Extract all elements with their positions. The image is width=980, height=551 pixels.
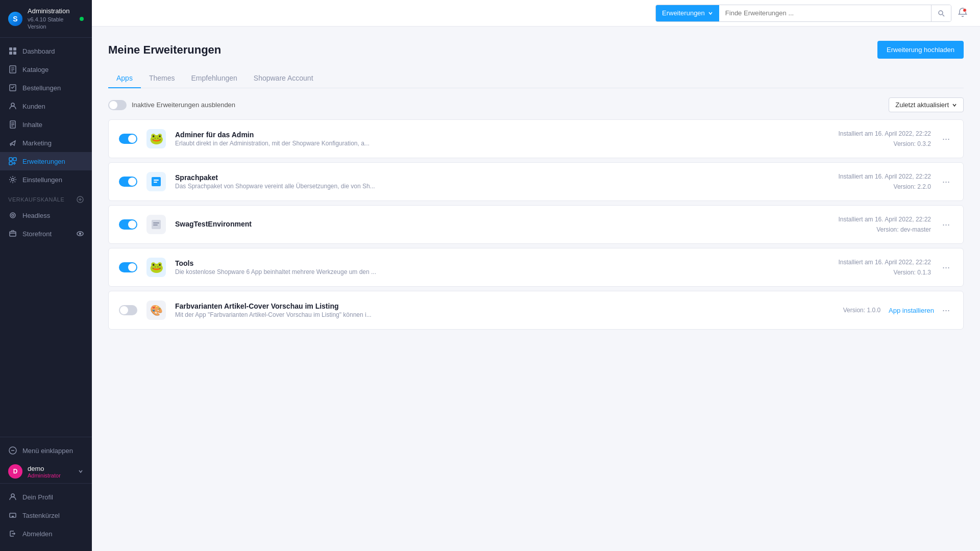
search-category-dropdown[interactable]: Erweiterungen (656, 5, 719, 21)
svg-point-34 (939, 11, 943, 15)
sort-dropdown[interactable]: Zuletzt aktualisiert (889, 97, 964, 112)
svg-point-9 (11, 103, 14, 106)
tab-themes[interactable]: Themes (141, 69, 183, 88)
add-channel-icon[interactable] (77, 196, 84, 203)
notification-badge (963, 8, 967, 12)
install-link-farbvarianten[interactable]: App installieren (889, 307, 934, 314)
sidebar-item-einstellungen[interactable]: Einstellungen (0, 170, 92, 189)
content-area: Meine Erweiterungen Erweiterung hochlade… (92, 27, 980, 551)
ext-actions-swagtest: ··· (939, 217, 953, 232)
user-menu-profil[interactable]: Dein Profil (0, 488, 92, 506)
ext-icon-tools: 🐸 (145, 257, 167, 278)
ext-more-button-swagtest[interactable]: ··· (939, 217, 953, 232)
ext-info-adminer: Adminer für das Admin Erlaubt direkt in … (175, 131, 830, 147)
profil-icon (8, 492, 17, 502)
sidebar-header: S Administration v6.4.10 Stable Version (0, 0, 92, 38)
user-area[interactable]: D demo Administrator (0, 460, 92, 483)
verkaufskanaele-label: Verkaufskanäle (8, 196, 64, 203)
notifications-button[interactable] (958, 7, 968, 19)
ext-desc-tools: Die kostenlose Shopware 6 App beinhaltet… (175, 268, 379, 276)
profil-label: Dein Profil (22, 493, 53, 501)
einstellungen-icon (8, 175, 17, 184)
ext-toggle-farbvarianten[interactable] (119, 305, 137, 315)
svg-line-35 (943, 14, 945, 16)
search-input[interactable] (719, 5, 931, 21)
ext-meta-sprachpaket: Installiert am 16. April 2022, 22:22Vers… (839, 171, 931, 192)
ext-more-button-tools[interactable]: ··· (939, 260, 953, 275)
sidebar-item-marketing[interactable]: Marketing (0, 134, 92, 152)
storefront-label: Storefront (22, 230, 52, 238)
marketing-label: Marketing (22, 139, 52, 147)
erweiterungen-label: Erweiterungen (22, 158, 65, 165)
svg-rect-0 (9, 47, 12, 51)
ext-icon-adminer: 🐸 (145, 128, 167, 149)
ext-toggle-tools[interactable] (119, 262, 137, 272)
sidebar-item-inhalte[interactable]: Inhalte (0, 115, 92, 134)
sort-label: Zuletzt aktualisiert (895, 101, 949, 109)
sidebar-nav: Dashboard Kataloge Bestellungen Kunden I… (0, 38, 92, 437)
ext-more-button-sprachpaket[interactable]: ··· (939, 174, 953, 189)
storefront-visibility-icon[interactable] (77, 230, 84, 237)
kataloge-icon (8, 65, 17, 74)
tab-shopware-account[interactable]: Shopware Account (246, 69, 322, 88)
tastenkuerzel-label: Tastenkürzel (22, 512, 60, 519)
svg-point-21 (10, 213, 15, 218)
ext-name-tools: Tools (175, 259, 830, 267)
collapse-icon (8, 446, 17, 455)
dropdown-chevron-icon (708, 11, 713, 16)
abmelden-label: Abmelden (22, 530, 53, 538)
ext-more-button-farbvarianten[interactable]: ··· (939, 303, 953, 318)
sidebar-item-headless[interactable]: Headless (0, 206, 92, 224)
ext-desc-sprachpaket: Das Sprachpaket von Shopware vereint all… (175, 183, 379, 190)
ext-info-farbvarianten: Farbvarianten Artikel-Cover Vorschau im … (175, 302, 791, 318)
ext-name-farbvarianten: Farbvarianten Artikel-Cover Vorschau im … (175, 302, 791, 310)
kataloge-label: Kataloge (22, 66, 48, 73)
ext-version: Version: dev-master (839, 224, 931, 235)
sidebar-item-storefront[interactable]: Storefront (0, 224, 92, 243)
tastenkuerzel-icon (8, 511, 17, 520)
extension-card-tools: 🐸 Tools Die kostenlose Shopware 6 App be… (108, 248, 964, 287)
svg-rect-23 (10, 232, 16, 236)
svg-point-22 (12, 214, 14, 216)
svg-rect-40 (153, 222, 159, 223)
app-title-block: Administration v6.4.10 Stable Version (28, 7, 75, 30)
ext-more-button-adminer[interactable]: ··· (939, 132, 953, 146)
sidebar-item-bestellungen[interactable]: Bestellungen (0, 79, 92, 97)
ext-toggle-adminer[interactable] (119, 134, 137, 144)
user-menu-abmelden[interactable]: Abmelden (0, 524, 92, 543)
ext-icon-sprachpaket (145, 171, 167, 192)
ext-version: Version: 0.1.3 (839, 267, 931, 278)
inactive-toggle[interactable] (108, 100, 127, 110)
tab-apps[interactable]: Apps (108, 69, 141, 88)
dashboard-label: Dashboard (22, 47, 55, 55)
sidebar-item-kataloge[interactable]: Kataloge (0, 60, 92, 79)
ext-actions-farbvarianten: App installieren ··· (889, 303, 953, 318)
filter-left: Inaktive Erweiterungen ausblenden (108, 100, 235, 110)
inhalte-icon (8, 120, 17, 129)
tab-empfehlungen[interactable]: Empfehlungen (183, 69, 246, 88)
verkaufskanaele-section: Verkaufskanäle (0, 189, 92, 206)
sort-chevron-icon (952, 103, 957, 108)
ext-toggle-swagtest[interactable] (119, 219, 137, 230)
ext-toggle-sprachpaket[interactable] (119, 177, 137, 187)
ext-installed-date: Installiert am 16. April 2022, 22:22 (839, 257, 931, 267)
ext-version: Version: 0.3.2 (839, 139, 931, 149)
erweiterungen-icon (8, 157, 17, 166)
sidebar-item-kunden[interactable]: Kunden (0, 97, 92, 115)
page-title: Meine Erweiterungen (108, 43, 221, 57)
sidebar: S Administration v6.4.10 Stable Version … (0, 0, 92, 551)
collapse-menu-button[interactable]: Menü einklappen (0, 441, 92, 460)
ext-info-tools: Tools Die kostenlose Shopware 6 App bein… (175, 259, 830, 276)
svg-rect-16 (9, 162, 12, 165)
marketing-icon (8, 138, 17, 147)
headless-label: Headless (22, 212, 50, 219)
ext-installed-date: Installiert am 16. April 2022, 22:22 (839, 129, 931, 139)
user-menu-tastenkuerzel[interactable]: Tastenkürzel (0, 506, 92, 524)
search-button[interactable] (931, 5, 951, 21)
sidebar-item-erweiterungen[interactable]: Erweiterungen (0, 152, 92, 170)
user-role: Administrator (28, 472, 72, 479)
user-menu: Dein Profil Tastenkürzel Abmelden (0, 483, 92, 547)
upload-extension-button[interactable]: Erweiterung hochladen (877, 41, 964, 59)
sidebar-item-dashboard[interactable]: Dashboard (0, 42, 92, 60)
ext-version: Version: 1.0.0 (799, 305, 880, 315)
